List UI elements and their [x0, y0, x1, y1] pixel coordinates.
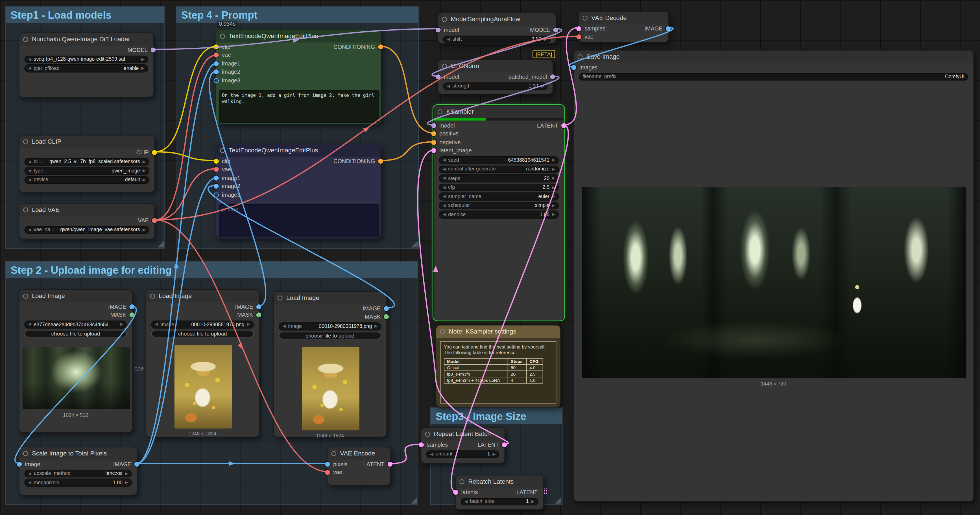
combo-right-arrow-icon[interactable]: ▶ [552, 167, 555, 171]
node-load-image-2[interactable]: Load Image IMAGE MASK ◀ image 00010-2980… [146, 289, 259, 437]
collapse-icon[interactable] [440, 329, 445, 334]
node-title[interactable]: Load Image [19, 290, 132, 302]
node-title[interactable]: Save Image [574, 51, 973, 63]
node-title[interactable]: KSampler [434, 105, 563, 118]
collapse-icon[interactable] [442, 64, 447, 69]
combo-left-arrow-icon[interactable]: ◀ [28, 57, 31, 61]
image-output-port[interactable] [129, 304, 134, 309]
node-ksampler[interactable]: KSampler model LATENT positive negative … [433, 105, 565, 321]
node-title[interactable]: VAE Encode [328, 447, 390, 460]
latent-image-input-port[interactable] [431, 148, 436, 153]
combo-left-arrow-icon[interactable]: ◀ [28, 66, 31, 70]
combo-left-arrow-icon[interactable]: ◀ [442, 176, 445, 180]
model-input-port[interactable] [431, 123, 436, 128]
steps-combo[interactable]: ◀ steps 20 ▶ [439, 175, 559, 182]
image-output-port[interactable] [134, 462, 140, 467]
combo-right-arrow-icon[interactable]: ▶ [120, 322, 123, 326]
image2-input-port[interactable] [214, 70, 219, 75]
image-file-combo[interactable]: ◀ e377dbeae2e4d9d374a63c4d654... ▶ [24, 321, 127, 329]
cfg-combo[interactable]: ◀ cfg 2.5 ▶ [439, 183, 559, 191]
node-title[interactable]: CFGNorm [438, 60, 552, 73]
combo-right-arrow-icon[interactable]: ▶ [493, 452, 496, 456]
combo-left-arrow-icon[interactable]: ◀ [28, 471, 31, 475]
vae-input-port[interactable] [325, 470, 330, 475]
node-title[interactable]: Note: KSampler settings [436, 325, 560, 338]
positive-input-port[interactable] [431, 131, 436, 136]
node-save-image[interactable]: Save Image images filename_prefix ComfyU… [573, 50, 974, 502]
node-graph-canvas[interactable]: Step1 - Load models Step 4 - Prompt Step… [0, 0, 980, 515]
node-text-encode-negative[interactable]: TextEncodeQwenImageEditPlus clip CONDITI… [216, 144, 382, 239]
collapse-icon[interactable] [23, 37, 28, 42]
combo-left-arrow-icon[interactable]: ◀ [155, 322, 158, 326]
node-load-image-1[interactable]: Load Image IMAGE MASK ◀ e377dbeae2e4d9d3… [19, 289, 132, 433]
collapse-icon[interactable] [438, 109, 443, 114]
vae-name-combo[interactable]: ◀ vae_na... qwen/qwen_image_vae.safetens… [24, 226, 150, 234]
node-title[interactable]: Nunchaku Qwen-Image DiT Loader [19, 33, 153, 45]
image2-input-port[interactable] [214, 184, 219, 189]
combo-left-arrow-icon[interactable]: ◀ [442, 194, 445, 199]
node-load-image-3[interactable]: Load Image IMAGE MASK ◀ image 00010-2980… [273, 291, 387, 437]
node-title[interactable]: Load VAE [19, 204, 154, 216]
combo-right-arrow-icon[interactable]: ▶ [541, 84, 544, 88]
combo-right-arrow-icon[interactable]: ▶ [125, 480, 128, 484]
upscale-method-combo[interactable]: ◀ upscale_method lanczos ▶ [24, 470, 132, 477]
collapse-icon[interactable] [23, 294, 28, 299]
model-output-port[interactable] [151, 48, 156, 52]
combo-right-arrow-icon[interactable]: ▶ [544, 37, 547, 41]
collapse-icon[interactable] [23, 140, 28, 145]
node-rebatch-latents[interactable]: Rebatch Latents latents LATENT ⣿ ◀ batch… [455, 475, 544, 510]
latent-output-port[interactable] [388, 462, 393, 467]
combo-left-arrow-icon[interactable]: ◀ [28, 169, 31, 173]
image1-input-port[interactable] [214, 61, 219, 66]
image1-input-port[interactable] [214, 175, 219, 181]
collapse-icon[interactable] [331, 451, 336, 456]
clip-output-port[interactable] [152, 150, 157, 155]
combo-left-arrow-icon[interactable]: ◀ [283, 324, 286, 328]
clip-input-port[interactable] [214, 44, 219, 49]
denoise-combo[interactable]: ◀ denoise 1.00 ▶ [439, 210, 559, 218]
combo-right-arrow-icon[interactable]: ▶ [141, 66, 144, 70]
combo-left-arrow-icon[interactable]: ◀ [465, 499, 468, 504]
control-after-generate-combo[interactable]: ◀ control after generate randomize ▶ [439, 165, 559, 173]
vae-output-port[interactable] [152, 218, 157, 223]
amount-combo[interactable]: ◀ amount 1 ▶ [426, 450, 500, 458]
latent-output-port[interactable] [561, 123, 566, 128]
collapse-icon[interactable] [278, 296, 283, 300]
combo-left-arrow-icon[interactable]: ◀ [442, 213, 445, 216]
combo-left-arrow-icon[interactable]: ◀ [28, 480, 31, 484]
node-scale-image-total-pixels[interactable]: Scale Image to Total Pixels image IMAGE … [19, 447, 137, 496]
combo-left-arrow-icon[interactable]: ◀ [442, 158, 445, 162]
combo-right-arrow-icon[interactable]: ▶ [143, 178, 146, 182]
collapse-icon[interactable] [220, 148, 225, 153]
node-vae-encode[interactable]: VAE Encode pixels LATENT vae [327, 447, 391, 485]
group-resize-handle[interactable] [555, 497, 561, 504]
image-input-port[interactable] [17, 462, 22, 467]
combo-left-arrow-icon[interactable]: ◀ [447, 37, 450, 41]
batch-size-combo[interactable]: ◀ batch_size 1 ▶ [461, 498, 538, 505]
collapse-icon[interactable] [23, 451, 28, 456]
node-title[interactable]: Load CLIP [19, 135, 154, 148]
node-load-vae[interactable]: Load VAE VAE ◀ vae_na... qwen/qwen_image… [19, 203, 155, 239]
node-cfg-norm[interactable]: CFGNorm model patched_model ◀ strength 1… [438, 59, 554, 94]
combo-left-arrow-icon[interactable]: ◀ [430, 452, 433, 456]
node-title[interactable]: TextEncodeQwenImageEditPlus [216, 144, 380, 157]
combo-right-arrow-icon[interactable]: ▶ [552, 213, 555, 216]
filename-prefix-field[interactable]: filename_prefix ComfyUI [579, 73, 968, 81]
samples-input-port[interactable] [419, 442, 424, 447]
node-title[interactable]: ModelSamplingAuraFlow [438, 13, 556, 25]
scheduler-combo[interactable]: ◀ scheduler simple ▶ [439, 202, 559, 210]
latents-input-port[interactable] [453, 490, 458, 495]
collapse-icon[interactable] [582, 16, 587, 21]
latent-output-port[interactable] [502, 442, 507, 447]
node-vae-decode[interactable]: VAE Decode samples IMAGE vae [578, 11, 669, 43]
node-title[interactable]: VAE Decode [579, 12, 668, 24]
group-resize-handle[interactable] [411, 241, 418, 248]
output-image-preview[interactable] [582, 187, 966, 378]
group-resize-handle[interactable] [158, 241, 164, 248]
clip-type-combo[interactable]: ◀ type qwen_image ▶ [24, 167, 150, 175]
vae-input-port[interactable] [576, 35, 581, 40]
node-model-sampling-auraflow[interactable]: ModelSamplingAuraFlow model MODEL ◀ shif… [438, 13, 557, 44]
seed-combo[interactable]: ◀ seed 645388194611541 ▶ [439, 156, 559, 164]
combo-right-arrow-icon[interactable]: ▶ [143, 228, 146, 232]
model-input-port[interactable] [436, 74, 441, 79]
